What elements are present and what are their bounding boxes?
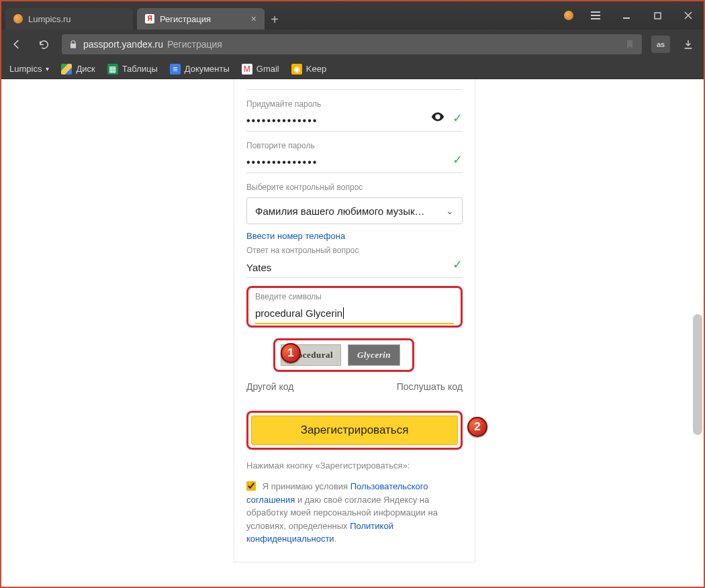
address-path: Регистрация [167,39,222,50]
captcha-image-highlight: 1 procedural Glycerin [273,338,414,372]
bookmark-disk[interactable]: Диск [61,64,95,75]
bookmark-lumpics[interactable]: Lumpics ▾ [9,64,49,74]
password-label: Придумайте пароль [246,99,463,109]
register-button[interactable]: Зарегистрироваться [251,415,458,445]
bookmark-sheets[interactable]: ▦ Таблицы [107,64,158,75]
security-question-value: Фамилия вашего любимого музык… [255,205,425,217]
maximize-button[interactable] [642,1,673,30]
repeat-password-value: •••••••••••••• [246,156,318,168]
consent-text: Я принимаю условия Пользовательского сог… [246,480,463,546]
registration-form: Придумайте пароль •••••••••••••• ✓ Повто… [234,79,475,562]
drive-icon [61,64,72,75]
check-icon: ✓ [453,152,463,167]
scrollbar-thumb[interactable] [693,314,702,435]
nav-bar: passport.yandex.ru Регистрация as [1,30,704,59]
favicon-lumpics [13,14,23,23]
close-window-button[interactable] [673,1,704,30]
new-tab-button[interactable]: + [265,9,285,30]
docs-icon: ≡ [170,64,181,75]
bookmark-label: Диск [76,64,95,74]
tab-registration[interactable]: Я Регистрация × [137,8,265,30]
menu-button[interactable] [580,1,611,30]
password-value: •••••••••••••• [246,115,318,127]
tab-bar: Lumpics.ru Я Регистрация × + [1,1,704,30]
annotation-marker-1: 1 [281,343,301,363]
chevron-down-icon: ⌄ [446,205,454,216]
security-answer-value: Yates [246,262,271,273]
consent-checkbox[interactable] [246,481,256,491]
captcha-word-2: Glycerin [348,344,400,366]
tab-lumpics[interactable]: Lumpics.ru [5,8,133,30]
back-button[interactable] [8,36,26,53]
captcha-input-label: Введите символы [255,292,454,301]
profile-avatar-icon[interactable] [564,11,573,20]
tab-title: Регистрация [160,14,211,24]
address-domain: passport.yandex.ru [83,39,163,50]
security-question-label: Выберите контрольный вопрос [246,183,463,192]
reload-button[interactable] [35,36,52,53]
bookmark-label: Таблицы [122,64,158,74]
close-tab-icon[interactable]: × [251,13,256,24]
keep-icon: ◉ [291,64,302,75]
downloads-button[interactable] [679,36,697,53]
captcha-input[interactable]: procedural Glycerin [255,301,454,324]
gmail-icon: M [242,64,252,75]
minimize-button[interactable] [611,1,642,30]
bookmark-keep[interactable]: ◉ Keep [291,64,326,75]
extension-button[interactable]: as [651,36,670,53]
chevron-down-icon: ▾ [46,65,49,72]
bookmark-label: Gmail [256,64,279,74]
text-caret [343,307,344,319]
repeat-password-label: Повторите пароль [246,141,463,150]
register-button-highlight: 2 Зарегистрироваться [246,411,463,450]
page-viewport: Придумайте пароль •••••••••••••• ✓ Повто… [1,79,704,587]
consent-prefix: Я принимаю условия [263,481,350,491]
another-code-link[interactable]: Другой код [246,381,293,392]
sheets-icon: ▦ [107,64,118,75]
register-disclaimer: Нажимая кнопку «Зарегистрироваться»: [246,460,463,471]
svg-rect-0 [655,13,661,19]
bookmark-docs[interactable]: ≡ Документы [170,64,230,75]
bookmark-label: Keep [306,64,326,74]
check-icon: ✓ [453,257,463,272]
security-answer-field[interactable]: Yates ✓ [246,255,463,278]
captcha-input-highlight: Введите символы procedural Glycerin [246,286,463,328]
tab-title: Lumpics.ru [28,14,71,24]
check-icon: ✓ [453,111,463,126]
favicon-yandex: Я [145,14,154,23]
security-answer-label: Ответ на контрольный вопрос [246,246,463,255]
bookmark-gmail[interactable]: M Gmail [242,64,279,75]
listen-code-link[interactable]: Послушать код [397,381,463,392]
annotation-marker-2: 2 [467,417,487,437]
bookmark-icon[interactable] [624,39,635,50]
bookmarks-bar: Lumpics ▾ Диск ▦ Таблицы ≡ Документы M G… [1,59,704,79]
repeat-password-field[interactable]: •••••••••••••• ✓ [246,150,463,173]
password-field[interactable]: •••••••••••••• ✓ [246,109,463,132]
lock-icon [68,40,78,49]
address-bar[interactable]: passport.yandex.ru Регистрация [62,34,642,54]
captcha-input-value: procedural Glycerin [255,307,342,319]
bookmark-label: Lumpics [9,64,42,74]
show-password-icon[interactable] [430,109,445,127]
consent-suffix: . [334,534,337,544]
bookmark-label: Документы [185,64,230,74]
security-question-select[interactable]: Фамилия вашего любимого музык… ⌄ [246,197,463,224]
enter-phone-link[interactable]: Ввести номер телефона [246,231,345,241]
